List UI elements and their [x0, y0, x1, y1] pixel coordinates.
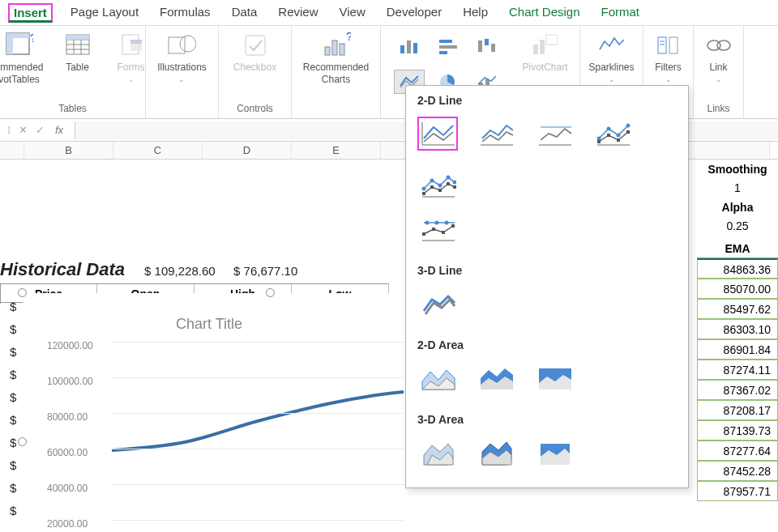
confirm-icon[interactable]: ✓: [33, 124, 47, 136]
ema-cell[interactable]: 86303.10: [697, 319, 778, 339]
chart-line-stacked-markers[interactable]: [417, 168, 458, 202]
col-C[interactable]: C: [113, 142, 203, 159]
ema-cell[interactable]: 85070.00: [697, 279, 778, 299]
recommended-charts-button[interactable]: ? Recommended Charts: [300, 29, 372, 87]
dropdown-icon[interactable]: ⁞: [5, 124, 13, 136]
table-button[interactable]: Table: [55, 29, 100, 75]
svg-rect-72: [442, 231, 445, 234]
dd-title-3dline: 3-D Line: [406, 256, 688, 283]
chart-area-100stacked[interactable]: [534, 361, 575, 395]
svg-point-41: [717, 40, 730, 50]
tab-developer[interactable]: Developer: [383, 3, 445, 20]
svg-rect-73: [451, 224, 455, 228]
ema-cell[interactable]: 87274.11: [697, 360, 778, 380]
tab-formulas[interactable]: Formulas: [156, 3, 214, 20]
chart-line-stacked[interactable]: [476, 117, 516, 151]
pivottable-icon: ?: [5, 31, 34, 60]
chart-3d-area-stacked[interactable]: [476, 436, 516, 470]
ema-cell[interactable]: 87957.71: [697, 481, 778, 501]
col-E[interactable]: E: [292, 142, 381, 159]
chart-3d-area-100stacked[interactable]: [534, 436, 575, 470]
chart-handle-nw[interactable]: [18, 288, 27, 297]
checkbox-button[interactable]: Checkbox: [230, 29, 280, 75]
svg-rect-53: [617, 138, 620, 142]
sparklines-button[interactable]: Sparklines ⌄: [585, 29, 637, 86]
chart-line-100stacked-markers[interactable]: [417, 212, 458, 246]
chart-handle-w[interactable]: [18, 437, 27, 446]
svg-rect-54: [626, 130, 630, 134]
svg-rect-10: [66, 35, 89, 40]
chart-line-100stacked[interactable]: [534, 117, 575, 151]
ema-cell[interactable]: 87208.17: [697, 400, 778, 420]
ema-cell[interactable]: 86901.84: [697, 339, 778, 360]
ema-cell[interactable]: 87367.02: [697, 380, 778, 400]
svg-point-47: [597, 137, 601, 141]
ema-cell[interactable]: 87452.28: [697, 461, 778, 481]
svg-rect-23: [413, 43, 417, 53]
filters-button[interactable]: Filters ⌄: [646, 29, 691, 86]
svg-rect-35: [546, 35, 558, 45]
svg-text:?: ?: [346, 32, 351, 43]
link-icon: [704, 31, 733, 60]
chart-3d-line[interactable]: [417, 287, 458, 321]
value-low: $ 76,677.10: [233, 264, 323, 278]
value-high: $ 109,228.60: [144, 264, 233, 278]
svg-rect-62: [430, 185, 434, 189]
dd-title-2dline: 2-D Line: [406, 86, 688, 113]
chart-title[interactable]: Chart Title: [23, 316, 395, 333]
svg-rect-34: [540, 40, 545, 54]
group-label-tables: Tables: [58, 103, 87, 117]
tab-review[interactable]: Review: [275, 3, 321, 20]
sparklines-icon: [597, 31, 626, 60]
value-smoothing[interactable]: 1: [697, 178, 778, 198]
forms-icon: [117, 31, 146, 60]
chart-area-basic[interactable]: [417, 361, 458, 395]
tab-view[interactable]: View: [336, 3, 369, 20]
chart-3d-area[interactable]: [417, 436, 458, 470]
svg-point-58: [438, 184, 442, 188]
svg-rect-70: [422, 232, 425, 236]
tab-format[interactable]: Format: [598, 3, 643, 20]
waterfall-chart-button[interactable]: [472, 34, 502, 58]
tab-page-layout[interactable]: Page Layout: [67, 3, 142, 20]
svg-point-67: [425, 221, 430, 225]
tab-help[interactable]: Help: [460, 3, 491, 20]
ema-cell[interactable]: 87139.73: [697, 420, 778, 440]
svg-point-50: [626, 124, 631, 128]
illustrations-button[interactable]: Illustrations ⌄: [154, 29, 210, 86]
svg-rect-18: [332, 40, 337, 55]
svg-rect-27: [478, 40, 482, 52]
svg-rect-22: [407, 40, 411, 53]
chart-line: [112, 337, 404, 523]
header-ema: EMA: [697, 240, 778, 258]
col-D[interactable]: D: [203, 142, 292, 159]
column-chart-button[interactable]: [394, 34, 425, 58]
tab-data[interactable]: Data: [229, 3, 261, 20]
svg-rect-16: [246, 36, 265, 55]
fx-icon[interactable]: fx: [50, 124, 68, 136]
svg-rect-17: [325, 47, 330, 55]
svg-rect-64: [447, 182, 450, 185]
chart-line-basic[interactable]: [417, 117, 458, 151]
value-alpha[interactable]: 0.25: [697, 216, 778, 236]
chart-line-markers[interactable]: [592, 117, 633, 151]
tab-chart-design[interactable]: Chart Design: [506, 3, 584, 20]
ema-cell[interactable]: 84863.36: [697, 258, 778, 279]
filter-icon: [654, 31, 683, 60]
ema-cell[interactable]: 87277.64: [697, 440, 778, 461]
chart-handle-n[interactable]: [266, 288, 275, 297]
tab-insert[interactable]: Insert: [8, 3, 53, 23]
recommended-charts-label: Recommended Charts: [303, 62, 369, 86]
chart-area[interactable]: Chart Title 120000.00 100000.00 80000.00…: [23, 293, 395, 528]
pivottables-button[interactable]: ? ommended votTables: [0, 29, 47, 87]
link-button[interactable]: Link ⌄: [696, 29, 742, 86]
svg-rect-19: [340, 44, 344, 55]
svg-point-69: [445, 221, 449, 225]
pivotchart-button[interactable]: PivotChart: [519, 29, 571, 75]
col-B[interactable]: B: [24, 142, 113, 159]
chart-area-stacked[interactable]: [476, 361, 516, 395]
ema-cell[interactable]: 85497.62: [697, 299, 778, 319]
bar-chart-button[interactable]: [433, 34, 464, 58]
pivottables-label: ommended votTables: [0, 62, 44, 86]
cancel-icon[interactable]: ✕: [16, 124, 30, 136]
